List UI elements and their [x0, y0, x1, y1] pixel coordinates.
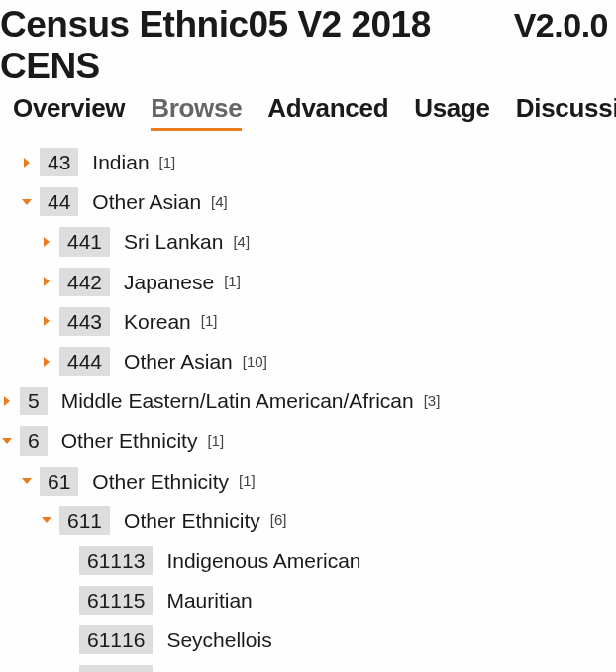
tree-row: 61Other Ethnicity[1] [0, 467, 616, 496]
tree-row: 61115Mauritian [0, 586, 616, 615]
expand-icon[interactable] [40, 235, 53, 249]
code-chip[interactable]: 61117 [79, 665, 153, 672]
tab-bar: OverviewBrowseAdvancedUsageDiscussion [0, 87, 616, 131]
expand-icon[interactable] [40, 275, 53, 288]
node-label[interactable]: Other Asian [92, 189, 201, 214]
expand-icon[interactable] [40, 355, 53, 369]
code-chip[interactable]: 444 [59, 347, 110, 376]
child-count: [3] [424, 392, 441, 410]
tree-row: 61113Indigenous American [0, 546, 616, 575]
classification-tree: 43Indian[1]44Other Asian[4]441Sri Lankan… [0, 131, 616, 672]
tree-row: 442Japanese[1] [0, 268, 616, 296]
code-chip[interactable]: 61115 [79, 586, 153, 615]
child-count: [6] [270, 511, 287, 529]
code-chip[interactable]: 61113 [79, 546, 153, 575]
code-chip[interactable]: 43 [40, 148, 78, 176]
tree-row: 44Other Asian[4] [0, 187, 616, 216]
code-chip[interactable]: 442 [59, 268, 110, 296]
code-chip[interactable]: 443 [59, 307, 110, 336]
tree-row: 443Korean[1] [0, 307, 616, 336]
node-label[interactable]: Korean [124, 309, 191, 334]
tree-row: 43Indian[1] [0, 148, 616, 176]
page-version: V2.0.0 [514, 6, 608, 45]
tab-overview[interactable]: Overview [13, 93, 125, 131]
tab-usage[interactable]: Usage [414, 93, 490, 131]
child-count: [1] [239, 472, 256, 490]
node-label[interactable]: Indigenous American [166, 548, 360, 573]
code-chip[interactable]: 44 [40, 187, 78, 216]
child-count: [1] [224, 273, 241, 290]
node-label[interactable]: Sri Lankan [124, 229, 223, 254]
node-label[interactable]: Mauritian [166, 588, 252, 613]
node-label[interactable]: Middle Eastern/Latin American/African [61, 389, 414, 413]
child-count: [10] [243, 353, 267, 371]
child-count: [1] [159, 154, 176, 171]
tree-row: 61116Seychellois [0, 625, 616, 654]
tree-row: 5Middle Eastern/Latin American/African[3… [0, 387, 616, 415]
code-chip[interactable]: 6 [20, 426, 48, 455]
child-count: [1] [201, 312, 218, 330]
collapse-icon[interactable] [40, 513, 53, 527]
code-chip[interactable]: 61116 [79, 625, 153, 654]
node-label[interactable]: Seychellois [166, 627, 271, 652]
node-label[interactable]: Other South African [166, 667, 348, 672]
node-label[interactable]: Indian [92, 150, 149, 174]
tree-row: 444Other Asian[10] [0, 347, 616, 376]
expand-icon[interactable] [40, 314, 53, 328]
code-chip[interactable]: 611 [59, 506, 110, 535]
collapse-icon[interactable] [20, 195, 34, 209]
code-chip[interactable]: 61 [40, 467, 78, 496]
node-label[interactable]: Japanese [124, 270, 214, 294]
child-count: [1] [207, 432, 224, 450]
child-count: [4] [211, 193, 228, 211]
tree-row: 611Other Ethnicity[6] [0, 506, 616, 535]
expand-icon[interactable] [20, 156, 34, 169]
tree-row: 6Other Ethnicity[1] [0, 426, 616, 455]
node-label[interactable]: Other Ethnicity [92, 469, 229, 494]
node-label[interactable]: Other Ethnicity [124, 508, 260, 533]
page-header: Census Ethnic05 V2 2018 CENS V2.0.0 [0, 0, 616, 87]
page-title: Census Ethnic05 V2 2018 CENS [0, 4, 514, 87]
collapse-icon[interactable] [0, 434, 14, 448]
tree-row: 441Sri Lankan[4] [0, 227, 616, 256]
tab-advanced[interactable]: Advanced [267, 93, 388, 131]
node-label[interactable]: Other Ethnicity [61, 428, 198, 453]
expand-icon[interactable] [0, 394, 14, 408]
tree-row: 61117Other South African [0, 665, 616, 672]
code-chip[interactable]: 441 [59, 227, 110, 256]
collapse-icon[interactable] [20, 474, 34, 488]
node-label[interactable]: Other Asian [124, 349, 233, 374]
tab-browse[interactable]: Browse [151, 93, 242, 131]
tab-discussion[interactable]: Discussion [516, 93, 616, 131]
code-chip[interactable]: 5 [20, 387, 48, 415]
child-count: [4] [233, 233, 250, 251]
